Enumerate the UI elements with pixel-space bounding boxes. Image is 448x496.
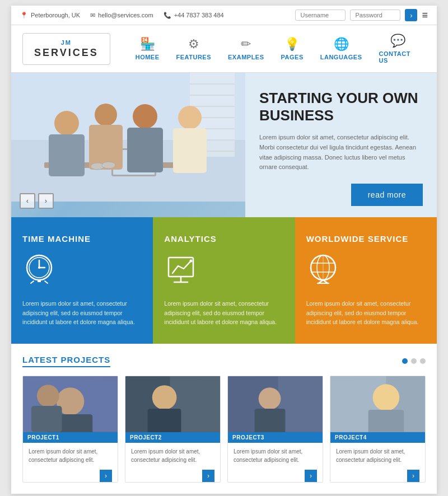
svg-point-30 [38, 266, 40, 269]
nav-pages[interactable]: 💡 PAGES [273, 34, 312, 63]
project-4-info: Lorem ipsum dolor sit amet, consectetur … [330, 443, 425, 474]
nav-examples[interactable]: ✏ EXAMPLES [220, 34, 273, 63]
project-3-arrow[interactable]: › [305, 470, 317, 482]
svg-point-15 [95, 104, 117, 126]
pagination-dot-1[interactable] [402, 358, 408, 364]
read-more-button[interactable]: read more [351, 184, 423, 206]
project-2-illustration [125, 376, 220, 432]
svg-rect-60 [368, 410, 404, 432]
features-section: TIME MACHINE Lorem ipsum dolor sit amet,… [11, 217, 437, 344]
hero-illustration [11, 73, 245, 202]
project-card-2: PROJECT2 Lorem ipsum dolor sit amet, con… [125, 376, 221, 483]
projects-grid: PROJECT1 Lorem ipsum dolor sit amet, con… [22, 376, 426, 483]
logo-name: SERVICES [34, 47, 99, 59]
svg-point-55 [259, 387, 281, 410]
topbar: 📍 Peterborough, UK ✉ hello@services.com … [11, 6, 437, 25]
hero-next-button[interactable]: › [38, 193, 54, 209]
feature-worldwide: WORLDWIDE SERVICE Lorem ipsum dolor sit … [295, 217, 437, 344]
project-3-info: Lorem ipsum dolor sit amet, consectetur … [228, 443, 323, 474]
hero-image: ‹ › [11, 73, 245, 217]
username-input[interactable] [295, 10, 346, 21]
svg-rect-14 [49, 134, 85, 176]
password-input[interactable] [350, 10, 400, 21]
features-icon: ⚙ [188, 37, 199, 52]
project-2-info: Lorem ipsum dolor sit amet, consectetur … [125, 443, 220, 474]
project-1-label: PROJECT1 [23, 432, 118, 443]
svg-rect-20 [173, 128, 207, 173]
hero-prev-button[interactable]: ‹ [20, 193, 35, 209]
project-3-illustration [228, 376, 323, 432]
feature-analytics: ANALYTICS Lorem ipsum dolor sit amet, co… [153, 217, 295, 344]
phone-text: +44 7837 383 484 [174, 12, 224, 18]
project-2-label: PROJECT2 [125, 432, 220, 443]
topbar-auth: › ≡ [295, 9, 428, 21]
nav-home[interactable]: 🏪 HOMEE [127, 34, 168, 63]
page-wrapper: 📍 Peterborough, UK ✉ hello@services.com … [11, 6, 437, 494]
svg-point-17 [133, 104, 157, 129]
header: JM SERVICES 🏪 HOMEE ⚙ FEATURES ✏ EXAMPLE… [11, 25, 437, 73]
hero-content: STARTING YOUR OWN BUSINESS Lorem ipsum d… [245, 73, 437, 217]
projects-section: LATEST PROJECTS PROJE [11, 344, 437, 494]
projects-pagination [402, 358, 426, 364]
contact-icon: 💬 [390, 34, 405, 48]
projects-header: LATEST PROJECTS [22, 355, 426, 367]
login-button[interactable]: › [405, 9, 417, 21]
project-4-text: Lorem ipsum dolor sit amet, consectetur … [336, 447, 419, 464]
feature-analytics-title: ANALYTICS [164, 234, 216, 244]
email-icon: ✉ [90, 12, 95, 19]
logo: JM SERVICES [22, 33, 110, 65]
feature-time-machine: TIME MACHINE Lorem ipsum dolor sit amet,… [11, 217, 153, 344]
hamburger-menu[interactable]: ≡ [422, 10, 428, 21]
pagination-dot-2[interactable] [411, 358, 417, 364]
home-icon: 🏪 [140, 37, 155, 52]
svg-point-13 [54, 111, 79, 135]
main-nav: 🏪 HOMEE ⚙ FEATURES ✏ EXAMPLES 💡 PAGES 🌐 … [127, 31, 426, 67]
examples-icon: ✏ [241, 37, 251, 52]
hero-section: ‹ › STARTING YOUR OWN BUSINESS Lorem ips… [11, 73, 437, 217]
feature-worldwide-text: Lorem ipsum dolor sit amet, consectetur … [306, 299, 426, 327]
project-card-4: PROJECT4 Lorem ipsum dolor sit amet, con… [330, 376, 426, 483]
pages-icon: 💡 [284, 37, 300, 52]
svg-point-22 [102, 162, 115, 169]
project-image-2 [125, 376, 220, 432]
topbar-location: 📍 Peterborough, UK [20, 12, 80, 19]
project-1-illustration [23, 376, 118, 432]
hero-title: STARTING YOUR OWN BUSINESS [259, 90, 423, 124]
nav-contact[interactable]: 💬 CONTACT US [371, 31, 426, 67]
topbar-phone: 📞 +44 7837 383 484 [164, 12, 224, 19]
project-1-arrow[interactable]: › [100, 470, 112, 482]
svg-rect-52 [148, 409, 181, 432]
svg-point-47 [37, 385, 59, 407]
project-4-illustration [330, 376, 425, 432]
nav-languages-label: LANGUAGES [320, 54, 362, 60]
nav-features[interactable]: ⚙ FEATURES [168, 34, 220, 63]
nav-contact-label: CONTACT US [379, 50, 417, 64]
hero-navigation: ‹ › [20, 193, 54, 209]
project-image-1 [23, 376, 118, 432]
nav-languages[interactable]: 🌐 LANGUAGES [312, 34, 371, 63]
nav-home-label: HOMEE [136, 54, 160, 60]
feature-worldwide-title: WORLDWIDE SERVICE [306, 234, 409, 244]
project-image-4 [330, 376, 425, 432]
project-1-text: Lorem ipsum dolor sit amet, consectetur … [29, 447, 112, 464]
clock-icon [22, 252, 56, 291]
svg-line-28 [45, 281, 48, 283]
project-2-arrow[interactable]: › [202, 470, 214, 482]
email-text: hello@services.com [98, 12, 153, 18]
svg-point-35 [190, 259, 193, 262]
nav-examples-label: EXAMPLES [228, 54, 264, 60]
pagination-dot-3[interactable] [420, 358, 426, 364]
svg-point-51 [152, 385, 177, 410]
project-4-arrow[interactable]: › [407, 470, 419, 482]
project-1-info: Lorem ipsum dolor sit amet, consectetur … [23, 443, 118, 474]
project-2-text: Lorem ipsum dolor sit amet, consectetur … [131, 447, 214, 464]
location-icon: 📍 [20, 12, 28, 19]
nav-pages-label: PAGES [281, 54, 304, 60]
svg-rect-18 [127, 128, 163, 172]
project-3-label: PROJECT3 [228, 432, 323, 443]
projects-title: LATEST PROJECTS [22, 355, 110, 367]
feature-time-machine-title: TIME MACHINE [22, 234, 91, 244]
phone-icon: 📞 [164, 12, 171, 19]
project-image-3 [228, 376, 323, 432]
chart-icon [164, 252, 198, 291]
